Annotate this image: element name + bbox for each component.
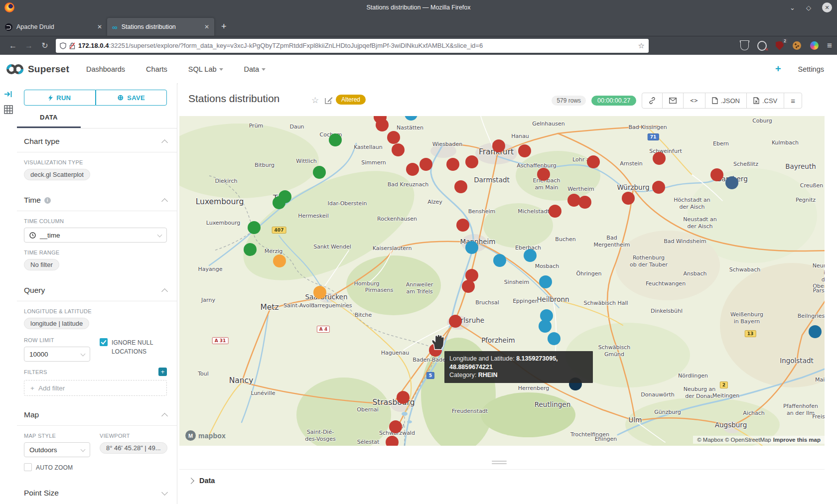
map-point[interactable] (587, 155, 600, 168)
save-button[interactable]: ⊕ SAVE (96, 90, 167, 106)
map-point[interactable] (449, 315, 462, 328)
edit-icon[interactable] (325, 96, 333, 104)
nav-data[interactable]: Data (244, 65, 266, 73)
add-filter-box[interactable]: + Add filter (24, 380, 167, 396)
map-point[interactable] (406, 163, 419, 176)
mask-extension-icon[interactable] (757, 41, 767, 50)
url-field[interactable]: 172.18.0.4:32251/superset/explore/?form_… (56, 39, 649, 53)
browser-menu-icon[interactable]: ≡ (827, 41, 832, 51)
map-point[interactable] (248, 221, 261, 234)
chart-menu-button[interactable]: ≡ (784, 93, 802, 108)
map-point[interactable] (548, 332, 560, 345)
map-point[interactable] (389, 420, 402, 433)
map-point[interactable] (622, 192, 635, 205)
reload-icon[interactable]: ↻ (37, 41, 53, 50)
section-query[interactable]: Query (24, 277, 167, 301)
deckgl-map[interactable]: PrümDaunCochemNastättenGelnhausenBad Kis… (179, 116, 825, 446)
minimize-icon[interactable]: ⌄ (790, 4, 795, 11)
attribution-text[interactable]: © Mapbox © OpenStreetMap (697, 437, 771, 443)
map-style-select[interactable]: Outdoors (24, 442, 90, 457)
tab-data[interactable]: DATA (17, 114, 81, 128)
cookie-extension-icon[interactable] (792, 41, 802, 50)
embed-code-button[interactable]: <> (684, 93, 705, 108)
map-point[interactable] (539, 275, 552, 288)
back-icon[interactable]: ← (5, 41, 21, 50)
map-point[interactable] (273, 254, 286, 267)
improve-map-link[interactable]: Improve this map (773, 437, 821, 443)
section-map[interactable]: Map (24, 402, 167, 425)
map-point[interactable] (492, 139, 505, 152)
export-json-button[interactable]: .JSON (705, 93, 747, 108)
superset-brand[interactable]: Superset (6, 63, 69, 75)
map-point[interactable] (462, 280, 475, 293)
map-point[interactable] (465, 155, 478, 168)
map-point[interactable] (386, 436, 399, 446)
data-collapse-panel[interactable]: Data (189, 477, 215, 485)
mapbox-logo[interactable]: M mapbox (185, 430, 226, 441)
map-point[interactable] (465, 241, 478, 254)
tab-close-icon[interactable]: ✕ (97, 23, 102, 30)
add-new-button[interactable]: + (775, 63, 781, 75)
map-point[interactable] (313, 166, 326, 179)
nav-dashboards[interactable]: Dashboards (86, 65, 125, 73)
insecure-lock-icon[interactable] (69, 42, 75, 49)
tab-close-icon[interactable]: ✕ (204, 23, 209, 30)
altered-badge[interactable]: Altered (336, 95, 366, 105)
map-point[interactable] (710, 168, 723, 181)
viz-type-value[interactable]: deck.gl Scatterplot (24, 169, 90, 180)
map-point[interactable] (446, 158, 459, 171)
run-button[interactable]: RUN (24, 90, 96, 106)
bookmark-star-icon[interactable]: ☆ (638, 41, 645, 50)
map-point[interactable] (397, 391, 410, 404)
settings-menu[interactable]: Settings (798, 65, 824, 73)
email-button[interactable] (663, 93, 684, 108)
nav-sql-lab[interactable]: SQL Lab (188, 65, 223, 73)
shield-check-extension-icon[interactable] (740, 41, 749, 50)
map-point[interactable] (652, 181, 665, 194)
map-point[interactable] (493, 254, 506, 267)
map-point[interactable] (725, 176, 738, 189)
row-limit-select[interactable]: 10000 (24, 347, 90, 362)
map-point[interactable] (549, 205, 561, 218)
section-time[interactable]: Timei (24, 187, 167, 211)
map-point[interactable] (809, 325, 822, 338)
lonlat-value[interactable]: longitude | latitude (24, 318, 89, 329)
pinwheel-extension-icon[interactable] (810, 41, 819, 50)
map-point[interactable] (273, 196, 285, 209)
section-point-size[interactable]: Point Size (24, 480, 167, 504)
tab-stations-distribution[interactable]: ∞ Stations distribution ✕ (107, 18, 214, 36)
share-link-button[interactable] (642, 93, 663, 108)
add-filter-plus-button[interactable]: + (158, 368, 167, 376)
maximize-icon[interactable]: ◇ (806, 4, 811, 11)
nav-charts[interactable]: Charts (146, 65, 167, 73)
tab-apache-druid[interactable]: Apache Druid ✕ (0, 18, 107, 36)
export-csv-button[interactable]: .CSV (747, 93, 784, 108)
map-point[interactable] (329, 133, 342, 146)
map-point[interactable] (313, 286, 326, 299)
favorite-star-icon[interactable]: ☆ (311, 95, 319, 106)
forward-icon[interactable]: → (21, 41, 37, 50)
new-tab-button[interactable]: + (221, 21, 227, 32)
map-point[interactable] (456, 219, 469, 232)
map-point[interactable] (244, 243, 257, 256)
close-icon[interactable]: ✕ (822, 2, 832, 12)
ublock-extension-icon[interactable]: 2 (775, 41, 784, 50)
datasource-grid-icon[interactable] (4, 105, 13, 114)
map-point[interactable] (653, 152, 666, 165)
map-point[interactable] (419, 158, 432, 171)
map-point[interactable] (524, 249, 537, 262)
map-point[interactable] (392, 143, 405, 156)
section-chart-type[interactable]: Chart type (24, 128, 167, 152)
map-point[interactable] (539, 320, 552, 333)
resize-handle[interactable] (492, 461, 507, 466)
tracking-shield-icon[interactable] (60, 42, 66, 49)
checkbox-checked-icon[interactable] (100, 338, 108, 346)
map-point[interactable] (537, 168, 550, 181)
collapse-panel-icon[interactable] (4, 90, 13, 98)
map-point[interactable] (387, 131, 400, 144)
time-range-value[interactable]: No filter (24, 259, 59, 270)
viewport-value[interactable]: 8° 46' 45.28" | 49... (100, 442, 167, 454)
map-point[interactable] (578, 196, 591, 209)
map-point[interactable] (518, 144, 531, 157)
checkbox-unchecked-icon[interactable] (24, 463, 32, 471)
